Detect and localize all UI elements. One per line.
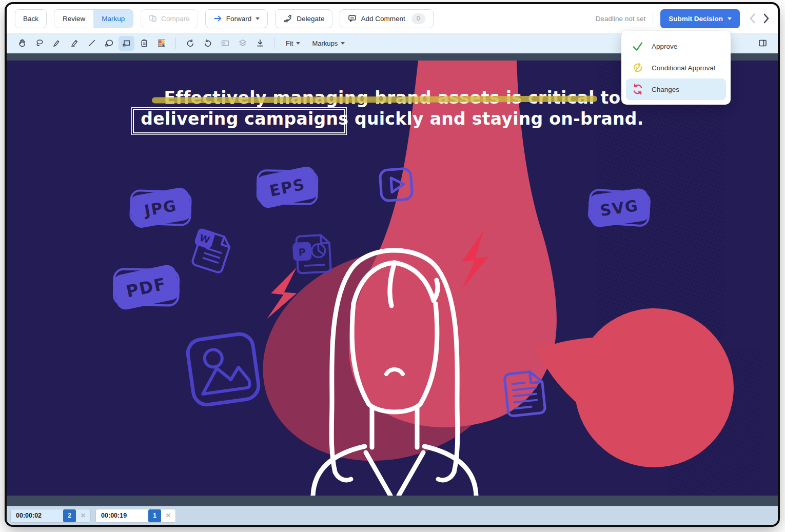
changes-icon [632, 83, 644, 95]
add-comment-button[interactable]: Add Comment 0 [340, 9, 433, 28]
line-tool-icon[interactable] [84, 36, 100, 51]
close-icon[interactable]: ✕ [161, 512, 175, 519]
comment-timeline-bar: 00:00:02 2 ✕ 00:00:19 1 ✕ [7, 506, 778, 525]
slide-heading-line2: delivering campaigns quickly and staying… [7, 108, 778, 129]
comment-count-badge: 1 [148, 509, 161, 522]
note-tool-icon[interactable] [136, 36, 152, 51]
chevron-down-icon [256, 17, 260, 20]
pen-tool-icon[interactable] [49, 36, 65, 51]
compare-pages-icon[interactable] [217, 36, 233, 51]
svg-text:P: P [298, 246, 306, 258]
top-toolbar: Back Review Markup Compare Forward [7, 4, 778, 33]
mode-switch: Review Markup [54, 9, 133, 28]
divider [175, 37, 176, 49]
highlighter-tool-icon[interactable] [66, 36, 82, 51]
tab-markup[interactable]: Markup [93, 10, 133, 28]
timestamp-label: 00:00:02 [11, 512, 63, 519]
chevron-down-icon [296, 42, 300, 45]
forward-arrow-icon [213, 15, 222, 22]
delegate-icon [283, 14, 292, 23]
forward-button[interactable]: Forward [205, 9, 268, 28]
submit-decision-menu: Approve Conditional Approval Changes [621, 31, 731, 105]
approve-check-icon [632, 41, 644, 52]
chevron-down-icon [341, 42, 345, 45]
close-icon[interactable]: ✕ [76, 512, 90, 519]
rectangle-tool-icon[interactable] [119, 36, 134, 51]
deadline-label: Deadline not set [596, 15, 646, 23]
comment-count-badge: 0 [411, 13, 425, 24]
menu-item-conditional-approval[interactable]: Conditional Approval [626, 57, 726, 78]
compare-button[interactable]: Compare [141, 9, 198, 28]
layers-icon[interactable] [234, 36, 250, 51]
comment-icon [348, 14, 357, 23]
tab-review[interactable]: Review [54, 10, 93, 28]
menu-item-approve[interactable]: Approve [626, 35, 726, 57]
rectangle-annotation[interactable] [131, 107, 347, 135]
app-window: Back Review Markup Compare Forward [7, 4, 778, 525]
ellipse-tool-icon[interactable] [101, 36, 117, 51]
panel-toggle-icon[interactable] [755, 36, 771, 51]
back-button[interactable]: Back [15, 9, 47, 28]
prev-proof-button[interactable] [749, 13, 756, 24]
timestamp-label: 00:00:19 [96, 512, 148, 519]
lasso-tool-icon[interactable] [31, 36, 47, 51]
pan-tool-icon[interactable] [14, 36, 30, 51]
proof-viewer: JPG EPS PDF SVG [7, 53, 778, 506]
markups-dropdown[interactable]: Markups [307, 40, 350, 47]
conditional-approval-icon [632, 62, 644, 74]
delegate-button[interactable]: Delegate [275, 9, 332, 28]
compare-icon [149, 14, 157, 23]
fit-dropdown[interactable]: Fit [281, 40, 305, 47]
chevron-down-icon [728, 17, 732, 20]
divider [274, 37, 274, 49]
next-proof-button[interactable] [763, 13, 770, 24]
menu-item-changes[interactable]: Changes [626, 78, 726, 100]
download-icon[interactable] [252, 36, 268, 51]
proof-canvas[interactable]: JPG EPS PDF SVG [7, 61, 778, 496]
undo-icon[interactable] [182, 36, 198, 51]
divider [653, 12, 653, 25]
redo-icon[interactable] [200, 36, 215, 51]
comment-count-badge: 2 [63, 509, 76, 522]
color-swatch-icon[interactable] [153, 36, 169, 51]
submit-decision-button[interactable]: Submit Decision [660, 9, 740, 28]
timestamp-chip[interactable]: 00:00:02 2 ✕ [10, 509, 91, 523]
timestamp-chip[interactable]: 00:00:19 1 ✕ [95, 509, 176, 523]
